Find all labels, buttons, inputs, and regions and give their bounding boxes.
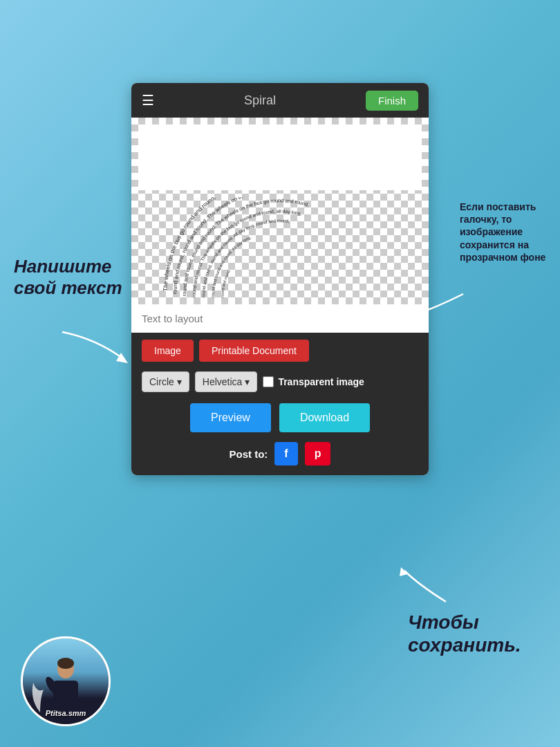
button-row-actions: Preview Download bbox=[131, 398, 429, 438]
bottom-panel: Image Printable Document Circle ▾ Helvet… bbox=[131, 333, 429, 475]
text-input[interactable] bbox=[131, 304, 429, 333]
image-button[interactable]: Image bbox=[142, 340, 194, 362]
text-input-area bbox=[131, 304, 429, 333]
button-row-type: Image Printable Document bbox=[131, 333, 429, 367]
social-row: Post to: f p bbox=[131, 438, 429, 475]
shape-select[interactable]: Circle ▾ bbox=[142, 371, 189, 392]
svg-marker-8 bbox=[411, 311, 420, 320]
canvas-area: The wheels on the bus go round and round… bbox=[131, 118, 429, 304]
avatar-inner: Ptitsa.smm bbox=[23, 638, 109, 724]
avatar-person-svg bbox=[45, 656, 86, 712]
spiral-svg: The wheels on the bus go round and round… bbox=[138, 197, 422, 297]
font-label: Helvetica bbox=[203, 376, 243, 387]
finish-button[interactable]: Finish bbox=[366, 91, 418, 111]
phone-mockup: ☰ Spiral Finish The wheels on the bus bbox=[131, 83, 429, 475]
annotation-right-top: Если поставить галочку, то изображение с… bbox=[460, 201, 550, 264]
avatar-label: Ptitsa.smm bbox=[23, 709, 109, 717]
avatar: Ptitsa.smm bbox=[21, 636, 111, 726]
white-text-area bbox=[138, 124, 422, 190]
transparent-checkbox-label[interactable]: Transparent image bbox=[263, 376, 364, 387]
arrow-right-bottom bbox=[398, 564, 453, 605]
facebook-button[interactable]: f bbox=[274, 442, 297, 465]
annotation-left-top: Напишите свой текст bbox=[14, 256, 124, 299]
app-header: ☰ Spiral Finish bbox=[131, 83, 429, 118]
arrow-right-top bbox=[408, 287, 470, 322]
pinterest-button[interactable]: p bbox=[305, 442, 331, 465]
button-row-options: Circle ▾ Helvetica ▾ Transparent image bbox=[131, 367, 429, 398]
arrow-left bbox=[55, 325, 131, 367]
shape-chevron: ▾ bbox=[177, 376, 182, 387]
transparent-checkbox[interactable] bbox=[263, 376, 274, 387]
font-select[interactable]: Helvetica ▾ bbox=[195, 371, 258, 392]
svg-text:round and round.: round and round. bbox=[220, 268, 231, 297]
svg-point-13 bbox=[57, 658, 74, 669]
printable-button[interactable]: Printable Document bbox=[199, 340, 309, 362]
post-to-label: Post to: bbox=[230, 448, 268, 460]
spiral-text-area: The wheels on the bus go round and round… bbox=[138, 197, 422, 297]
svg-rect-11 bbox=[53, 681, 78, 712]
shape-label: Circle bbox=[149, 376, 174, 387]
font-chevron: ▾ bbox=[245, 376, 250, 387]
app-title: Spiral bbox=[244, 93, 276, 108]
transparent-label: Transparent image bbox=[278, 376, 364, 387]
preview-button[interactable]: Preview bbox=[190, 403, 271, 432]
hamburger-icon[interactable]: ☰ bbox=[142, 92, 154, 109]
annotation-right-bottom: Чтобы сохранить. bbox=[408, 611, 546, 657]
svg-text:round and round and round. All: round and round and round. All day long, bbox=[211, 235, 252, 297]
download-button[interactable]: Download bbox=[279, 403, 370, 432]
